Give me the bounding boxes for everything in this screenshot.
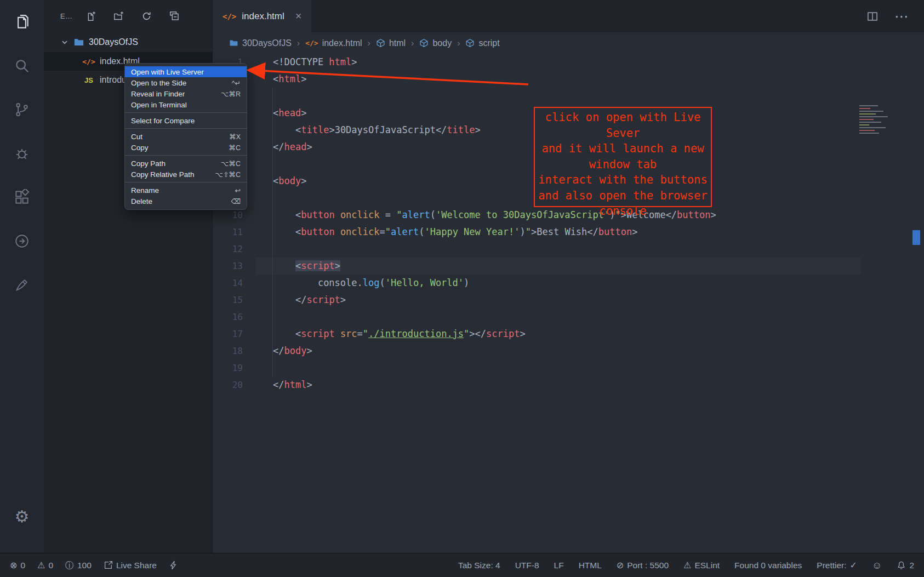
status-label: Port : 5500 bbox=[627, 561, 669, 570]
root-folder-icon bbox=[73, 37, 84, 48]
line-number: 16 bbox=[213, 309, 256, 325]
status-label: 2 bbox=[909, 561, 914, 570]
status-warnings[interactable]: ⚠0 bbox=[37, 561, 53, 570]
code-line[interactable]: 20</html> bbox=[213, 376, 924, 393]
menu-item-open-in-terminal[interactable]: Open in Terminal bbox=[125, 99, 247, 110]
menu-item-open-with-live-server[interactable]: Open with Live Server bbox=[125, 66, 247, 77]
code-area[interactable]: 1<!DOCTYPE html>2<html>34<head>5 <title>… bbox=[213, 54, 924, 553]
close-tab-icon[interactable]: × bbox=[295, 10, 302, 22]
new-file-icon[interactable] bbox=[85, 11, 96, 21]
menu-item-copy-path[interactable]: Copy Path⌥⌘C bbox=[125, 158, 247, 169]
status-live-share[interactable]: Live Share bbox=[104, 561, 157, 570]
folder-icon bbox=[229, 38, 238, 48]
status-info[interactable]: ⓘ100 bbox=[65, 561, 92, 570]
status-label: 0 bbox=[48, 561, 53, 570]
breadcrumb-label: index.html bbox=[322, 38, 362, 48]
code-line[interactable]: 2<html> bbox=[213, 71, 924, 88]
menu-item-copy[interactable]: Copy⌘C bbox=[125, 142, 247, 153]
source-control-icon[interactable] bbox=[9, 95, 35, 124]
status-eol[interactable]: LF bbox=[554, 561, 564, 570]
new-folder-icon[interactable] bbox=[113, 11, 124, 21]
refresh-icon[interactable] bbox=[141, 11, 152, 21]
code-text: <script src="./introduction.js"></script… bbox=[256, 325, 861, 342]
code-line[interactable]: 13 <script> bbox=[213, 258, 924, 275]
menu-item-label: Open in Terminal bbox=[131, 101, 187, 109]
menu-item-copy-relative-path[interactable]: Copy Relative Path⌥⇧⌘C bbox=[125, 169, 247, 180]
status-eslint[interactable]: ⚠ESLint bbox=[683, 561, 720, 570]
status-label: 100 bbox=[77, 561, 92, 570]
tab-index-html[interactable]: </> index.html × bbox=[213, 0, 311, 32]
menu-item-reveal-in-finder[interactable]: Reveal in Finder⌥⌘R bbox=[125, 88, 247, 99]
code-text: <html> bbox=[256, 71, 861, 88]
status-notifications[interactable]: 2 bbox=[897, 561, 914, 570]
menu-item-cut[interactable]: Cut⌘X bbox=[125, 131, 247, 142]
status-bar: ⊗0⚠0ⓘ100Live Share Tab Size: 4UTF-8LFHTM… bbox=[0, 553, 924, 577]
menu-item-delete[interactable]: Delete⌫ bbox=[125, 196, 247, 207]
collapse-all-icon[interactable] bbox=[169, 11, 180, 21]
code-line[interactable]: 3 bbox=[213, 88, 924, 105]
folder-root-30daysofjs[interactable]: 30DaysOfJS bbox=[44, 32, 212, 52]
js-file-icon: JS bbox=[83, 76, 94, 84]
breadcrumb-separator: › bbox=[457, 38, 460, 48]
breadcrumb-item-html[interactable]: html bbox=[376, 38, 406, 48]
more-icon[interactable]: ⋯ bbox=[894, 9, 909, 24]
breadcrumb-item-script[interactable]: script bbox=[465, 38, 499, 48]
menu-item-open-to-the-side[interactable]: Open to the Side^↵ bbox=[125, 77, 247, 88]
breadcrumb-separator: › bbox=[368, 38, 370, 48]
minimap[interactable] bbox=[858, 104, 909, 137]
status-live-server-port[interactable]: ⊘Port : 5500 bbox=[617, 561, 669, 570]
warning-icon: ⚠ bbox=[37, 561, 45, 570]
split-editor-icon[interactable] bbox=[867, 11, 878, 22]
code-line[interactable]: 11 <button onclick="alert('Happy New Yea… bbox=[213, 224, 924, 241]
menu-item-rename[interactable]: Rename↩ bbox=[125, 185, 247, 196]
code-text bbox=[256, 88, 861, 105]
status-prettier[interactable]: Prettier:✓ bbox=[817, 561, 857, 570]
feedback-icon[interactable] bbox=[9, 271, 35, 299]
scrollbar-marker[interactable] bbox=[912, 230, 920, 245]
code-line[interactable]: 1<!DOCTYPE html> bbox=[213, 54, 924, 71]
annotation-line: interact with the buttons bbox=[535, 172, 711, 188]
code-line[interactable]: 16 bbox=[213, 309, 924, 325]
info-icon: ⓘ bbox=[65, 561, 74, 570]
code-line[interactable]: 15 </script> bbox=[213, 292, 924, 309]
menu-item-shortcut: ⌫ bbox=[231, 197, 241, 205]
code-text bbox=[256, 359, 861, 376]
status-feedback-smiley[interactable]: ☺ bbox=[872, 561, 882, 570]
lightning-icon bbox=[169, 561, 178, 570]
code-line[interactable]: 19 bbox=[213, 359, 924, 376]
chevron-down-icon bbox=[60, 38, 69, 47]
search-icon[interactable] bbox=[9, 52, 35, 80]
live-share-icon[interactable] bbox=[9, 227, 35, 255]
line-number: 17 bbox=[213, 325, 256, 342]
code-text: <!DOCTYPE html> bbox=[256, 54, 861, 71]
breadcrumb-item-30daysofjs[interactable]: 30DaysOfJS bbox=[229, 38, 292, 48]
status-quick-action[interactable] bbox=[169, 561, 178, 570]
status-errors[interactable]: ⊗0 bbox=[10, 561, 25, 570]
code-line[interactable]: 18</body> bbox=[213, 342, 924, 359]
breadcrumb-item-index-html[interactable]: </>index.html bbox=[305, 38, 362, 48]
breadcrumb: 30DaysOfJS›</>index.html›html›body›scrip… bbox=[213, 32, 924, 54]
menu-item-label: Cut bbox=[131, 133, 142, 141]
code-line[interactable]: 12 bbox=[213, 241, 924, 258]
breadcrumb-item-body[interactable]: body bbox=[419, 38, 452, 48]
status-tab-size[interactable]: Tab Size: 4 bbox=[458, 561, 500, 570]
line-number: 20 bbox=[213, 376, 256, 393]
code-line[interactable]: 17 <script src="./introduction.js"></scr… bbox=[213, 325, 924, 342]
status-encoding[interactable]: UTF-8 bbox=[515, 561, 539, 570]
html-icon: </> bbox=[305, 39, 318, 47]
breadcrumb-label: script bbox=[478, 38, 499, 48]
breadcrumb-label: html bbox=[389, 38, 406, 48]
activity-bar: ⚙ bbox=[0, 0, 44, 553]
explorer-icon[interactable] bbox=[9, 8, 35, 36]
menu-item-label: Copy Path bbox=[131, 159, 166, 168]
status-language-mode[interactable]: HTML bbox=[579, 561, 602, 570]
explorer-actions bbox=[85, 11, 180, 21]
settings-icon[interactable]: ⚙ bbox=[9, 502, 35, 531]
menu-item-select-for-compare[interactable]: Select for Compare bbox=[125, 115, 247, 126]
extensions-icon[interactable] bbox=[9, 183, 35, 212]
status-label: Tab Size: 4 bbox=[458, 561, 500, 570]
run-and-debug-icon[interactable] bbox=[9, 139, 35, 168]
code-line[interactable]: 14 console.log('Hello, World') bbox=[213, 275, 924, 292]
status-variables[interactable]: Found 0 variables bbox=[734, 561, 802, 570]
line-number: 19 bbox=[213, 359, 256, 376]
